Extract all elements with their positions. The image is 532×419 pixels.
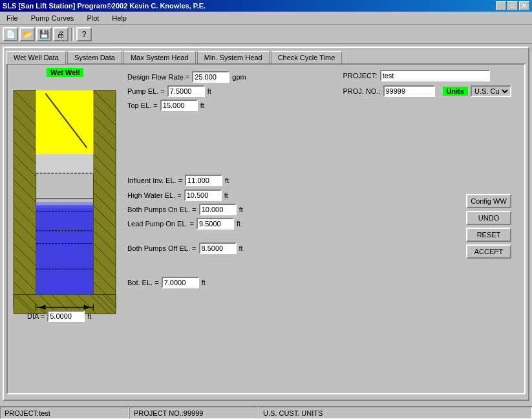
both-pumps-off-el-unit: ft xyxy=(239,244,243,252)
tab-bar: Wet Well Data System Data Max System Hea… xyxy=(4,48,528,63)
design-flow-unit: gpm xyxy=(232,73,246,81)
project-area: PROJECT: PROJ. NO.: Units U.S. Cu Metric xyxy=(343,70,511,100)
lead-pump-on-el-row: Lead Pump On EL. = ft xyxy=(127,218,240,230)
menu-bar: File Pump Curves Plot Help xyxy=(0,12,532,25)
lead-pump-on-el-input[interactable] xyxy=(197,218,234,230)
svg-rect-48 xyxy=(36,205,94,294)
wet-well-label: Wet Well xyxy=(47,68,83,77)
pump-el-row: Pump EL. = ft xyxy=(127,85,211,97)
menu-file[interactable]: File xyxy=(3,13,22,23)
both-pumps-on-el-unit: ft xyxy=(239,206,243,213)
status-bar: PROJECT:test PROJECT NO.:99999 U.S. CUST… xyxy=(0,406,532,419)
high-water-el-input[interactable] xyxy=(184,189,222,201)
action-buttons: Config WW UNDO RESET ACCEPT xyxy=(466,194,511,259)
title-bar-buttons: _ □ ✕ xyxy=(496,1,529,10)
close-button[interactable]: ✕ xyxy=(519,1,529,10)
tab-wet-well-data[interactable]: Wet Well Data xyxy=(6,51,66,64)
print-button[interactable]: 🖨 xyxy=(53,27,69,41)
main-window: Wet Well Data System Data Max System Hea… xyxy=(3,47,529,401)
bot-el-unit: ft xyxy=(202,279,206,286)
influent-inv-el-input[interactable] xyxy=(185,175,222,186)
dia-unit: ft xyxy=(87,312,91,320)
pump-el-label: Pump EL. = xyxy=(127,87,165,95)
both-pumps-off-el-label: Both Pumps Off EL. = xyxy=(127,244,197,252)
undo-button[interactable]: UNDO xyxy=(466,211,511,225)
units-label: Units xyxy=(443,87,469,96)
wet-well-diagram xyxy=(13,78,116,320)
influent-inv-el-label: Influent Inv. EL. = xyxy=(127,177,182,184)
proj-no-input[interactable] xyxy=(383,85,435,97)
bot-el-label: Bot. EL. = xyxy=(127,279,159,286)
design-flow-label: Design Flow Rate = xyxy=(127,73,189,81)
proj-no-row: PROJ. NO.: Units U.S. Cu Metric xyxy=(343,85,511,97)
minimize-button[interactable]: _ xyxy=(496,1,506,10)
dia-row: DIA = ft xyxy=(27,310,91,322)
svg-rect-49 xyxy=(36,202,94,208)
influent-inv-el-unit: ft xyxy=(225,177,229,184)
help-button[interactable]: ? xyxy=(76,27,92,41)
pump-el-input[interactable] xyxy=(167,85,205,97)
top-el-input[interactable] xyxy=(160,100,198,111)
reset-button[interactable]: RESET xyxy=(466,228,511,242)
lead-pump-on-el-label: Lead Pump On EL. = xyxy=(127,220,194,228)
dia-input[interactable] xyxy=(47,310,85,322)
wet-well-label-container: Wet Well xyxy=(47,69,83,76)
high-water-el-row: High Water EL. = ft xyxy=(127,189,228,201)
status-project: PROJECT:test xyxy=(0,407,129,419)
config-ww-button[interactable]: Config WW xyxy=(466,194,511,208)
tab-content: Wet Well xyxy=(6,63,526,394)
design-flow-row: Design Flow Rate = gpm xyxy=(127,71,246,83)
lead-pump-on-el-unit: ft xyxy=(237,220,240,228)
both-pumps-on-el-row: Both Pumps On EL. = ft xyxy=(127,204,243,215)
both-pumps-on-el-label: Both Pumps On EL. = xyxy=(127,206,197,213)
proj-no-label: PROJ. NO.: xyxy=(343,87,380,95)
units-select[interactable]: U.S. Cu Metric xyxy=(471,85,511,97)
menu-help[interactable]: Help xyxy=(108,13,131,23)
toolbar: 📄 📂 💾 🖨 ? xyxy=(0,25,532,44)
tab-check-cycle-time[interactable]: Check Cycle Time xyxy=(271,51,343,64)
tab-max-system-head[interactable]: Max System Head xyxy=(123,51,196,64)
dia-label: DIA = xyxy=(27,312,45,320)
new-button[interactable]: 📄 xyxy=(3,27,18,41)
high-water-el-unit: ft xyxy=(224,191,228,199)
open-button[interactable]: 📂 xyxy=(19,27,35,41)
influent-inv-el-row: Influent Inv. EL. = ft xyxy=(127,175,229,186)
pump-el-unit: ft xyxy=(207,87,211,95)
project-label: PROJECT: xyxy=(343,72,377,80)
title-bar: SLS [San Lift Station] Program©2002 Kevi… xyxy=(0,0,532,12)
top-el-label: Top EL. = xyxy=(127,102,158,109)
project-input[interactable] xyxy=(380,70,490,81)
high-water-el-label: High Water EL. = xyxy=(127,191,182,199)
both-pumps-off-el-row: Both Pumps Off EL. = ft xyxy=(127,242,243,254)
save-button[interactable]: 💾 xyxy=(36,27,52,41)
status-units: U.S. CUST. UNITS xyxy=(259,407,532,419)
design-flow-input[interactable] xyxy=(192,71,229,83)
bot-el-input[interactable] xyxy=(162,277,199,288)
menu-pump-curves[interactable]: Pump Curves xyxy=(27,13,78,23)
accept-button[interactable]: ACCEPT xyxy=(466,244,511,259)
tab-system-data[interactable]: System Data xyxy=(67,51,122,64)
both-pumps-off-el-input[interactable] xyxy=(199,242,237,254)
menu-plot[interactable]: Plot xyxy=(83,13,103,23)
both-pumps-on-el-input[interactable] xyxy=(199,204,237,215)
tab-min-system-head[interactable]: Min. System Head xyxy=(197,51,270,64)
status-proj-no: PROJECT NO.:99999 xyxy=(129,407,259,419)
wet-well-diagram-container xyxy=(13,78,123,317)
top-el-unit: ft xyxy=(200,102,204,109)
bot-el-row: Bot. EL. = ft xyxy=(127,277,206,288)
window-title: SLS [San Lift Station] Program©2002 Kevi… xyxy=(3,2,206,10)
toolbar-separator xyxy=(71,28,74,41)
project-row: PROJECT: xyxy=(343,70,511,81)
top-el-row: Top EL. = ft xyxy=(127,100,204,111)
maximize-button[interactable]: □ xyxy=(507,1,518,10)
